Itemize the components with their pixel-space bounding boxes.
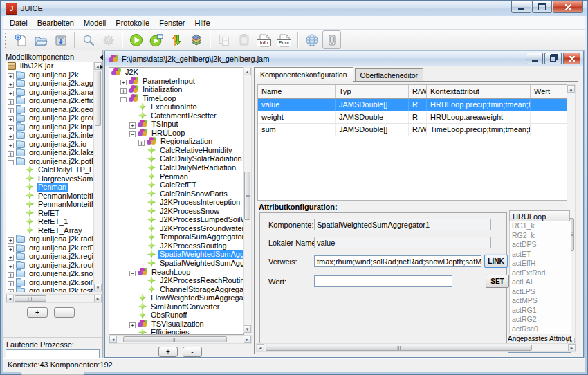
table-row-value[interactable]: valueJAMSDouble[]RHRULoop.precip;tmin;tm… <box>258 99 572 111</box>
hru-attribute-actextrad[interactable]: actExtRad <box>510 268 571 278</box>
component-tree-item-org-unijena-j2k-interce[interactable]: +org.unijena.j2k.interce <box>6 131 93 140</box>
scroll-right-button[interactable]: ► <box>568 344 576 351</box>
component-tree-item-penman[interactable]: Penman <box>6 183 93 192</box>
attribute-table[interactable]: NameTypR/WKontextattributWertvalueJAMSDo… <box>257 84 573 201</box>
model-tree-item-j2kprocessinterception[interactable]: J2KProcessInterception <box>109 198 243 207</box>
component-tree-item-org-unijena-j2k-geogra[interactable]: +org.unijena.j2k.geogra <box>6 105 93 114</box>
scroll-down-button[interactable]: ▼ <box>94 284 102 291</box>
model-tree-item-temporalsumaggregator1[interactable]: TemporalSumAggregator1 <box>109 232 243 241</box>
settings-gear-button[interactable] <box>99 30 118 49</box>
expand-toggle-icon[interactable]: + <box>129 322 136 329</box>
model-tree-item-obsrunoff[interactable]: ObsRunoff <box>109 311 243 320</box>
expand-toggle-icon[interactable]: + <box>8 281 14 287</box>
menu-modell[interactable]: Modell <box>79 17 111 28</box>
hru-attribute-actdps[interactable]: actDPS <box>510 240 571 250</box>
menu-hilfe[interactable]: Hilfe <box>190 17 215 28</box>
expand-toggle-icon[interactable]: + <box>8 91 14 97</box>
component-tree-item-hargreavessamani[interactable]: HargreavesSamani <box>6 174 93 183</box>
expand-toggle-icon[interactable]: + <box>8 99 14 105</box>
scrollbar-thumb[interactable] <box>15 295 46 302</box>
menu-fenster[interactable]: Fenster <box>154 17 190 28</box>
expand-toggle-icon[interactable]: + <box>120 88 127 94</box>
model-minimize-button[interactable] <box>526 53 543 64</box>
component-tree-item-org-unijena-j2k-io[interactable]: +org.unijena.j2k.io <box>6 140 93 149</box>
table-row-weight[interactable]: weightJAMSDoubleRHRULoop.areaweight <box>258 111 572 124</box>
web-globe-button[interactable] <box>302 30 321 49</box>
expand-toggle-icon[interactable]: + <box>120 80 127 86</box>
component-tree-item-org-unijena-j2k-potet[interactable]: −org.unijena.j2k.potET <box>6 157 93 166</box>
model-tree-item-hruloop[interactable]: −HRULoop <box>109 129 243 138</box>
hru-attribute-acteffh[interactable]: actEffH <box>510 259 571 268</box>
expand-toggle-icon[interactable]: + <box>8 272 14 278</box>
maximize-button[interactable] <box>532 1 552 13</box>
expand-toggle-icon[interactable]: + <box>8 264 14 270</box>
tab-oberflaecheneditor[interactable]: Oberflächeneditor <box>355 68 423 82</box>
component-tree-item-org-unijena-j2k-aggreg[interactable]: +org.unijena.j2k.aggreg <box>6 79 93 88</box>
splitter-expand-right-icon[interactable] <box>100 64 103 70</box>
hru-attribute-actmps[interactable]: actMPS <box>510 296 571 306</box>
menu-datei[interactable]: Datei <box>5 17 33 28</box>
model-tree-item-j2kprocesssnow[interactable]: J2KProcessSnow <box>109 207 243 216</box>
component-tree-item-refet[interactable]: RefET <box>6 209 93 218</box>
set-button[interactable]: SET <box>486 275 509 288</box>
component-tree-item-org-unijena-j2k-efficier[interactable]: +org.unijena.j2k.efficier <box>6 96 93 105</box>
component-tree-item-penmanmonteith-1[interactable]: PenmanMonteith_1 <box>6 200 93 209</box>
model-tree-vertical-scrollbar[interactable]: ▲ ▼ <box>243 67 252 333</box>
column-header-r-w[interactable]: R/W <box>409 85 427 98</box>
model-tree-item-timeloop[interactable]: −TimeLoop <box>109 94 243 103</box>
left-tree-horizontal-scrollbar[interactable]: ◄ ► <box>6 294 102 303</box>
collapse-toggle-icon[interactable]: − <box>129 271 136 277</box>
model-tree-item-j2kprocessgroundwater[interactable]: J2KProcessGroundwater <box>109 224 243 233</box>
minimize-button[interactable] <box>511 1 531 13</box>
expand-toggle-icon[interactable]: + <box>8 255 14 261</box>
column-header-name[interactable]: Name <box>258 85 336 98</box>
component-tree-item-org-unijena-j2k[interactable]: +org.unijena.j2k <box>6 71 93 80</box>
link-button[interactable]: LINK <box>484 255 508 268</box>
model-restore-button[interactable] <box>544 53 562 64</box>
model-tree-item-j2k[interactable]: J2K <box>109 68 243 77</box>
model-tree-item-efficiencies[interactable]: Efficiencies <box>109 328 243 335</box>
scrollbar-thumb[interactable] <box>266 345 532 351</box>
model-tree-item-spatialweightedsumaggregator2[interactable]: SpatialWeightedSumAggregator2 <box>109 259 243 268</box>
expand-toggle-icon[interactable]: + <box>138 140 145 146</box>
model-tree-item-penman[interactable]: Penman <box>109 172 243 181</box>
model-components-tree[interactable]: lib\J2K.jar+org.unijena.j2k+org.unijena.… <box>6 62 93 292</box>
scroll-left-button[interactable]: ◄ <box>6 295 14 302</box>
new-model-button[interactable] <box>11 30 30 49</box>
hru-attribute-actrg2[interactable]: actRG2 <box>510 315 571 324</box>
model-tree-item-j2kprocesslumpedsoilwater[interactable]: J2KProcessLumpedSoilWater <box>109 215 243 224</box>
splitter-collapse-left-icon[interactable] <box>100 55 103 60</box>
model-add-button[interactable]: + <box>158 347 178 357</box>
scrollbar-thumb[interactable] <box>123 336 227 342</box>
run-model-button[interactable] <box>127 30 145 49</box>
component-tree-item-refet-1[interactable]: RefET_1 <box>6 217 93 226</box>
scrollbar-thumb[interactable] <box>244 172 250 220</box>
scroll-up-button[interactable]: ▲ <box>244 68 251 75</box>
expand-toggle-icon[interactable]: + <box>8 134 14 140</box>
add-component-button[interactable]: + <box>27 307 48 318</box>
close-button[interactable] <box>553 1 583 13</box>
component-tree-item-org-unijena-j2k-radiatio[interactable]: +org.unijena.j2k.radiatio <box>6 235 93 244</box>
tab-komponentenkonfiguration[interactable]: Komponentenkonfiguration <box>254 67 353 82</box>
title-bar[interactable]: J JUICE <box>1 1 587 16</box>
save-model-button[interactable] <box>51 30 70 49</box>
component-tree-item-org-unijena-j2k-routing[interactable]: +org.unijena.j2k.routing <box>6 261 93 270</box>
verweis-input[interactable]: tmax;rhum;wind;solRad;netRad;snowDepth;s… <box>314 255 481 267</box>
component-tree-item-org-unijena-j2k-snow[interactable]: +org.unijena.j2k.snow <box>6 269 93 278</box>
collapse-toggle-icon[interactable]: − <box>8 160 14 166</box>
model-tree-item-spatialweightedsumaggregator1[interactable]: SpatialWeightedSumAggregator1 <box>109 250 243 259</box>
hru-loop-list-header[interactable]: HRULoop <box>509 210 570 221</box>
component-tree-item-org-unijena-j2k-regiona[interactable]: +org.unijena.j2k.regiona <box>6 252 93 261</box>
model-tree-item-reachloop[interactable]: −ReachLoop <box>109 268 243 277</box>
error-log-button[interactable]: Error <box>275 30 293 49</box>
scroll-right-button[interactable]: ► <box>244 336 251 343</box>
expand-toggle-icon[interactable]: + <box>8 125 14 131</box>
column-header-kontextattribut[interactable]: Kontextattribut <box>427 85 531 98</box>
expand-toggle-icon[interactable]: + <box>8 82 14 88</box>
hru-attribute-rg2-k[interactable]: RG2_k <box>510 231 571 241</box>
component-tree-item-lib-j2k-jar[interactable]: lib\J2K.jar <box>6 62 93 71</box>
scroll-left-button[interactable]: ◄ <box>109 336 117 343</box>
expand-toggle-icon[interactable]: + <box>8 237 14 244</box>
hru-attribute-rg1-k[interactable]: RG1_k <box>510 221 571 231</box>
model-tree-item-catchmentresetter[interactable]: CatchmentResetter <box>109 111 243 120</box>
